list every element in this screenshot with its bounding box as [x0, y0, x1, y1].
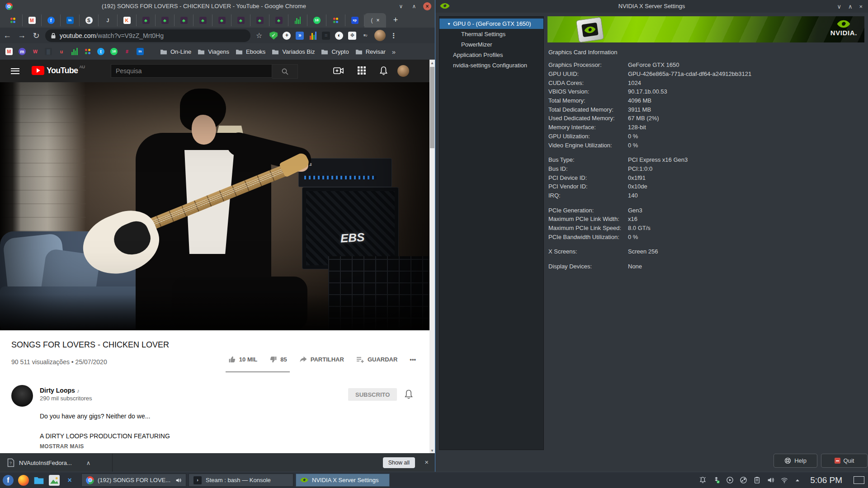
scroll-up-icon[interactable]: ▲ [429, 60, 435, 66]
tab-linktree[interactable]: ♣ [250, 14, 269, 26]
reload-icon[interactable]: ↻ [29, 31, 43, 41]
tab-whatsapp[interactable]: 16 [307, 14, 326, 26]
x-launcher[interactable]: × [64, 475, 75, 486]
like-button[interactable]: 10 MIL [228, 356, 257, 363]
layers-icon[interactable]: ≡ [322, 32, 330, 40]
create-video-icon[interactable] [333, 66, 344, 76]
steam-icon[interactable] [740, 476, 747, 484]
task-konsole[interactable]: ›Steam : bash — Konsole [189, 474, 293, 487]
playlist-icon[interactable]: ≡♪ [361, 32, 369, 40]
twitter-bookmark-icon[interactable]: t [97, 48, 104, 55]
scrollbar-thumb[interactable] [430, 67, 434, 148]
new-tab-button[interactable]: + [390, 14, 401, 26]
quit-button[interactable]: Quit [821, 454, 868, 468]
shelf-close-icon[interactable]: × [425, 458, 429, 466]
tab-linktree[interactable]: ♣ [193, 14, 212, 26]
tab-equalizer[interactable] [288, 14, 307, 26]
tab-xp[interactable]: xp [345, 14, 364, 26]
clipboard-icon[interactable] [753, 476, 761, 484]
address-bar[interactable]: youtube.com/watch?v=V9zZ_Mrt0Hg [45, 29, 250, 42]
task-nvidia[interactable]: NVIDIA X Server Settings [296, 474, 390, 487]
share-button[interactable]: PARTILHAR [299, 356, 344, 363]
channel-avatar[interactable] [11, 385, 33, 407]
channel-bell-icon[interactable] [404, 389, 414, 400]
tab-facebook[interactable]: f [42, 14, 61, 26]
sidebar-item-application-profiles[interactable]: Application Profiles [439, 50, 543, 60]
mastodon-bookmark-icon[interactable]: m [19, 48, 26, 55]
sidebar-item-gpu-0-geforce-gtx-1650[interactable]: ▾GPU 0 - (GeForce GTX 1650) [439, 19, 543, 29]
adguard-icon[interactable]: ✓6 [269, 32, 278, 40]
linkedin-bookmark-icon[interactable]: in [137, 48, 144, 55]
chrome-menu-icon[interactable]: ⋮ [390, 32, 397, 40]
gmail-bookmark-icon[interactable]: M [5, 48, 13, 55]
volume-icon[interactable] [767, 476, 774, 484]
dark-reader-icon[interactable]: ◐ [335, 32, 343, 40]
clock[interactable]: 5:06 PM [810, 475, 842, 485]
bookmark-folder[interactable]: Crypto [321, 48, 349, 55]
whatsapp-bookmark-icon[interactable]: 16 [110, 48, 118, 55]
bookmark-folder[interactable]: Revisar [355, 48, 386, 55]
sidebar-item-thermal-settings[interactable]: Thermal Settings [439, 29, 543, 39]
adblock-circle-icon[interactable]: + [283, 32, 291, 40]
back-icon[interactable]: ← [0, 31, 14, 40]
tray-expand-icon[interactable] [794, 477, 801, 483]
subscribed-button[interactable]: SUBSCRITO [348, 388, 397, 401]
forward-icon[interactable]: → [14, 31, 29, 40]
maximize-icon[interactable]: ∧ [848, 3, 853, 10]
search-input[interactable] [111, 64, 272, 78]
tab-close-icon[interactable]: × [376, 17, 379, 23]
chrome-titlebar[interactable]: (192) SONGS FOR LOVERS - CHICKEN LOVER -… [0, 0, 435, 13]
save-button[interactable]: GUARDAR [356, 356, 397, 363]
dim-bookmark-icon[interactable]: ▒ [45, 48, 52, 55]
fedora-launcher[interactable]: f [3, 475, 14, 486]
network-wifi-icon[interactable] [780, 476, 788, 484]
equalizer-icon[interactable] [309, 32, 317, 40]
bookmarks-overflow-icon[interactable]: » [392, 48, 396, 56]
video-player[interactable]: EBS EBS [0, 82, 429, 330]
tab-kiwify[interactable]: K [118, 14, 137, 26]
photos-launcher[interactable] [49, 475, 60, 486]
bookmark-folder[interactable]: On-Line [160, 48, 191, 55]
show-all-button[interactable]: Show all [383, 457, 415, 468]
equalizer-bookmark-icon[interactable] [71, 48, 78, 55]
tab-linktree[interactable]: ♣ [212, 14, 231, 26]
show-more-button[interactable]: MOSTRAR MAIS [40, 443, 84, 450]
youtube-avatar[interactable] [397, 65, 409, 77]
profile-avatar[interactable] [374, 30, 386, 41]
channel-name[interactable]: Dirty Loops♪ [40, 387, 80, 394]
tab-linktree[interactable]: ♣ [231, 14, 250, 26]
bookmark-folder[interactable]: Ebooks [236, 48, 265, 55]
active-tab[interactable]: ( × [364, 13, 386, 28]
sidebar-item-nvidia-settings-configuration[interactable]: nvidia-settings Configuration [439, 60, 543, 70]
bookmark-star-icon[interactable]: ☆ [256, 31, 262, 40]
tab-gmail[interactable]: M [23, 14, 42, 26]
show-desktop-button[interactable] [854, 476, 864, 484]
tab-linkedin[interactable]: in [61, 14, 80, 26]
notifications-icon[interactable] [699, 476, 707, 484]
dislike-button[interactable]: 85 [269, 356, 287, 363]
menu-burger-icon[interactable] [11, 68, 19, 74]
tab-linktree[interactable]: ♣ [156, 14, 175, 26]
dropbox-icon[interactable] [712, 476, 720, 484]
apps-grid-icon[interactable] [357, 66, 366, 75]
bookmark-folder[interactable]: Variados Biz [272, 48, 315, 55]
download-item[interactable]: ? NVAutoInstFedora... ∧ [7, 454, 90, 472]
udemy-bookmark-icon[interactable]: u [58, 48, 65, 55]
close-icon[interactable]: × [859, 3, 863, 10]
tab-j[interactable]: J [99, 14, 118, 26]
minimize-icon[interactable]: ∨ [397, 2, 405, 10]
scroll-down-icon[interactable]: ▼ [429, 447, 435, 454]
tab-linktree[interactable]: ♣ [269, 14, 288, 26]
dots-bookmark-icon[interactable] [84, 48, 91, 55]
help-button[interactable]: Help [774, 454, 817, 468]
nvidia-titlebar[interactable]: NVIDIA X Server Settings ∨ ∧ × [435, 0, 868, 13]
task-chrome[interactable]: (192) SONGS FOR LOVE... [81, 474, 186, 487]
tab-speeddial[interactable] [4, 14, 23, 26]
tree-caret-icon[interactable]: ▾ [445, 21, 453, 26]
sidebar-item-powermizer[interactable]: PowerMizer [439, 39, 543, 50]
tab-dots[interactable] [326, 14, 345, 26]
media-player-icon[interactable] [726, 476, 734, 484]
tab-linktree[interactable]: ♣ [137, 14, 156, 26]
fast-forward-icon[interactable]: » [296, 32, 304, 40]
wave-bookmark-icon[interactable]: W [32, 48, 39, 55]
